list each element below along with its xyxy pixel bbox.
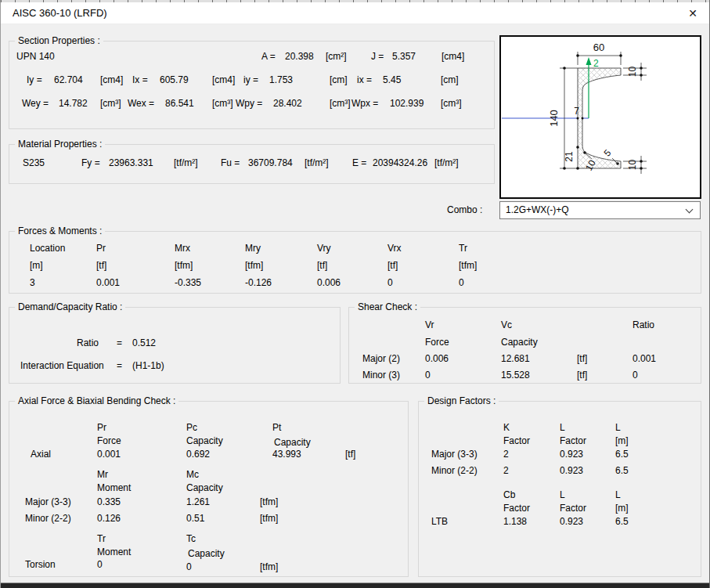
- dim-dot: [619, 54, 622, 57]
- shear-check-group: Shear Check : Vr Vc Ratio Force Capacity…: [348, 307, 701, 384]
- prop-value: 605.79: [160, 74, 189, 86]
- axis-2-label: 2: [593, 58, 599, 69]
- group-title: Shear Check :: [355, 301, 420, 313]
- prop-unit: [cm³]: [212, 98, 233, 110]
- cell-unit: [tf]: [577, 353, 587, 365]
- row-label: Minor (3): [362, 370, 400, 381]
- col-header: Capacity: [186, 435, 223, 447]
- prop-label: E =: [352, 157, 366, 169]
- prop-value: 20394324.26: [373, 157, 427, 169]
- col-unit: [tfm]: [175, 260, 193, 272]
- dim-dot: [563, 67, 566, 70]
- prop-unit: [cm³]: [441, 98, 462, 110]
- cell-value: -0.335: [175, 277, 201, 289]
- prop-label: Wpy =: [236, 98, 262, 110]
- cell-value: 0.51: [186, 513, 204, 525]
- combo-select[interactable]: 1.2G+WX(-)+Q: [499, 201, 701, 219]
- col-header: Vc: [501, 319, 512, 331]
- dim-dot: [582, 117, 584, 120]
- cell-value: 43.993: [272, 449, 301, 460]
- col-header: Moment: [97, 547, 131, 558]
- cell-value: 0.335: [97, 496, 121, 508]
- prop-label: Wey =: [22, 98, 49, 110]
- row-label: Minor (2-2): [25, 513, 71, 525]
- prop-value: 20.398: [285, 51, 314, 63]
- cell-value: 0: [387, 277, 393, 289]
- prop-value: 1.753: [269, 74, 293, 86]
- col-header: Mrx: [175, 243, 190, 254]
- window-bottom-edge: [1, 583, 709, 588]
- section-sketch: 60 2 140 7 21 10: [501, 37, 700, 197]
- chevron-down-icon: [686, 206, 694, 214]
- row-label: Axial: [31, 449, 51, 460]
- prop-unit: [cm³]: [330, 98, 351, 110]
- cell-value: 0.001: [97, 449, 121, 460]
- group-title: Section Properties :: [15, 35, 103, 47]
- col-header: L: [560, 422, 565, 434]
- col-header: Vrx: [387, 243, 402, 254]
- col-header: Ratio: [633, 319, 654, 331]
- col-header: Vr: [425, 319, 434, 331]
- col-header: Mr: [97, 469, 108, 481]
- prop-label: Wex =: [128, 98, 154, 110]
- col-unit: [tfm]: [245, 260, 263, 272]
- cell-value: 0.126: [97, 513, 121, 525]
- prop-unit: [cm³]: [100, 98, 121, 110]
- prop-label: A =: [261, 51, 276, 63]
- axial-bending-group: Axial Force & Biaxial Bending Check : Pr…: [9, 401, 409, 577]
- cell-value: 2: [503, 465, 509, 477]
- col-unit: [tf]: [387, 260, 398, 272]
- group-title: Axial Force & Biaxial Bending Check :: [15, 395, 178, 407]
- cell-value: 0.923: [560, 465, 583, 477]
- cell-value: 0: [425, 370, 431, 381]
- row-label: Major (2): [362, 353, 400, 365]
- forces-moments-group: Forces & Moments : Location Pr Mrx Mry V…: [9, 231, 701, 294]
- cell-value: 1.138: [503, 516, 527, 528]
- prop-unit: [cm²]: [326, 51, 347, 63]
- section-properties-group: Section Properties : UPN 140 A = 20.398 …: [9, 41, 495, 129]
- col-header: Factor: [560, 503, 586, 514]
- prop-unit: [tf/m²]: [305, 157, 329, 169]
- cell-value: 0.006: [317, 277, 341, 289]
- col-header: Pc: [186, 422, 197, 434]
- prop-label: ix =: [357, 74, 372, 86]
- dim-dot: [640, 160, 643, 163]
- window-title: AISC 360-10 (LRFD): [13, 7, 107, 19]
- col-header: Vry: [317, 243, 331, 254]
- col-header: Pr: [96, 243, 106, 254]
- col-unit: [tfm]: [459, 260, 477, 272]
- cell-value: 2: [503, 449, 509, 460]
- prop-value: 86.541: [165, 98, 194, 110]
- col-header: Force: [97, 435, 121, 447]
- prop-unit: [cm4]: [212, 74, 235, 86]
- prop-label: Wpx =: [351, 98, 378, 110]
- col-header: Tc: [186, 533, 196, 545]
- close-icon[interactable]: ✕: [683, 4, 703, 23]
- section-name: UPN 140: [16, 51, 55, 63]
- cell-value: 0: [459, 277, 464, 289]
- cell-value: 0: [633, 370, 638, 381]
- dim-tip-radius: 5: [602, 147, 614, 159]
- cell-value: 0.006: [425, 353, 449, 365]
- prop-unit: [tf/m²]: [434, 157, 459, 169]
- prop-value: 36709.784: [248, 157, 293, 169]
- group-title: Demand/Capacity Ratio :: [15, 301, 125, 313]
- cell-value: 0.923: [560, 449, 583, 460]
- dim-web-thickness: 7: [574, 106, 579, 117]
- combo-label: Combo :: [447, 204, 482, 215]
- prop-value: 5.357: [392, 51, 416, 63]
- col-header: Factor: [503, 503, 530, 514]
- col-header: Factor: [560, 435, 586, 447]
- prop-value: 14.782: [59, 98, 88, 110]
- dim-dot: [640, 167, 643, 170]
- group-title: Material Properties :: [15, 139, 105, 150]
- cell-value: 0.692: [186, 449, 210, 460]
- col-header: Capacity: [188, 548, 225, 560]
- prop-label: iy =: [243, 74, 258, 86]
- row-label: Torsion: [25, 559, 56, 571]
- col-unit: [tf]: [96, 260, 106, 272]
- title-bar: AISC 360-10 (LRFD) ✕: [1, 2, 709, 24]
- dim-dot: [563, 167, 566, 170]
- cell-value: 0: [97, 559, 103, 571]
- group-title: Forces & Moments :: [15, 225, 105, 237]
